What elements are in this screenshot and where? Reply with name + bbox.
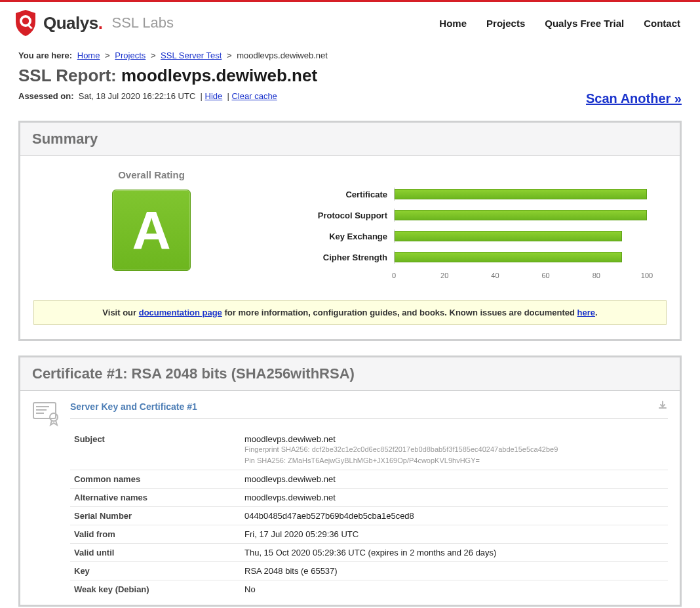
score-bar-row: Certificate xyxy=(289,188,647,201)
score-bar-label: Protocol Support xyxy=(289,211,394,220)
subject-fingerprint: Fingerprint SHA256: dcf2be32c1e2c0d6ec85… xyxy=(244,444,664,455)
svg-point-6 xyxy=(50,413,58,421)
key-value: RSA 2048 bits (e 65537) xyxy=(241,562,668,580)
serial-value: 044b0485d47aeb527b69b4deb5cba1e5ced8 xyxy=(241,507,668,525)
info-banner: Visit our documentation page for more in… xyxy=(33,300,667,325)
table-row: Valid from Fri, 17 Jul 2020 05:29:36 UTC xyxy=(70,525,668,544)
certificate-icon xyxy=(32,400,61,429)
overall-rating-label: Overall Rating xyxy=(33,169,269,180)
scan-another-link[interactable]: Scan Another » xyxy=(586,91,682,106)
here-link[interactable]: here xyxy=(577,308,595,317)
weak-key-label: Weak key (Debian) xyxy=(70,580,241,599)
breadcrumb-label: You are here: xyxy=(18,51,72,60)
top-nav: Home Projects Qualys Free Trial Contact xyxy=(439,18,680,29)
valid-from-label: Valid from xyxy=(70,525,241,544)
axis-tick: 80 xyxy=(593,272,600,279)
score-bar-track xyxy=(394,251,647,264)
subject-value: moodlevps.dewiweb.net xyxy=(244,434,664,444)
nav-trial[interactable]: Qualys Free Trial xyxy=(545,18,624,29)
nav-projects[interactable]: Projects xyxy=(486,18,525,29)
grade-badge: A xyxy=(112,190,191,271)
score-bar-label: Cipher Strength xyxy=(289,253,394,262)
page-title: SSL Report: moodlevps.dewiweb.net xyxy=(18,66,682,86)
table-row: Serial Number 044b0485d47aeb527b69b4deb5… xyxy=(70,507,668,525)
doc-page-link[interactable]: documentation page xyxy=(139,308,222,317)
report-host: moodlevps.dewiweb.net xyxy=(121,66,317,85)
subject-pin: Pin SHA256: ZMaHsT6AejwGyBLhMGb+JX169Op/… xyxy=(244,455,664,466)
table-row: Alternative names moodlevps.dewiweb.net xyxy=(70,489,668,507)
axis-tick: 100 xyxy=(641,272,653,279)
axis-tick: 20 xyxy=(440,272,448,279)
score-bar-label: Certificate xyxy=(289,190,394,199)
summary-header: Summary xyxy=(20,123,680,156)
score-bar-fill xyxy=(395,210,647,220)
report-prefix: SSL Report: xyxy=(18,66,121,85)
table-row: Key RSA 2048 bits (e 65537) xyxy=(70,562,668,580)
crumb-current: moodlevps.dewiweb.net xyxy=(237,51,328,60)
common-names-label: Common names xyxy=(70,470,241,489)
axis-tick: 0 xyxy=(392,272,396,279)
certificate-header: Certificate #1: RSA 2048 bits (SHA256wit… xyxy=(20,357,680,391)
score-bar-label: Key Exchange xyxy=(289,232,394,241)
serial-label: Serial Number xyxy=(70,507,241,525)
valid-from-value: Fri, 17 Jul 2020 05:29:36 UTC xyxy=(241,525,668,544)
summary-panel: Summary Overall Rating A CertificateProt… xyxy=(18,121,682,341)
score-bar-row: Key Exchange xyxy=(289,230,647,243)
alt-names-value: moodlevps.dewiweb.net xyxy=(241,489,668,507)
certificate-table: Subject moodlevps.dewiweb.net Fingerprin… xyxy=(70,430,668,598)
score-bar-track xyxy=(394,230,647,243)
table-row: Weak key (Debian) No xyxy=(70,580,668,599)
assessed-info: Assessed on: Sat, 18 Jul 2020 16:22:16 U… xyxy=(18,91,277,101)
top-bar: Qualys. SSL Labs Home Projects Qualys Fr… xyxy=(0,2,700,51)
overall-rating: Overall Rating A xyxy=(33,169,269,271)
score-bar-track xyxy=(394,188,647,201)
table-row: Valid until Thu, 15 Oct 2020 05:29:36 UT… xyxy=(70,544,668,562)
score-bars: CertificateProtocol SupportKey ExchangeC… xyxy=(289,169,667,283)
valid-until-value: Thu, 15 Oct 2020 05:29:36 UTC (expires i… xyxy=(241,544,668,562)
common-names-value: moodlevps.dewiweb.net xyxy=(241,470,668,489)
score-bar-row: Cipher Strength xyxy=(289,251,647,264)
visit-mid: for more information, configuration guid… xyxy=(222,308,577,317)
brand-ssllabs: SSL Labs xyxy=(111,14,174,31)
alt-names-label: Alternative names xyxy=(70,489,241,507)
grade-letter: A xyxy=(132,203,170,257)
hide-link[interactable]: Hide xyxy=(205,91,223,101)
visit-pre: Visit our xyxy=(102,308,138,317)
clear-cache-link[interactable]: Clear cache xyxy=(231,91,277,101)
score-bar-fill xyxy=(395,231,622,241)
key-label: Key xyxy=(70,562,241,580)
breadcrumb: You are here: Home > Projects > SSL Serv… xyxy=(18,51,682,60)
weak-key-value: No xyxy=(241,580,668,599)
score-bar-fill xyxy=(395,189,647,199)
score-bar-row: Protocol Support xyxy=(289,209,647,222)
download-icon[interactable] xyxy=(657,400,668,413)
nav-home[interactable]: Home xyxy=(439,18,467,29)
brand-qualys: Qualys. xyxy=(43,13,102,33)
axis-tick: 60 xyxy=(541,272,549,279)
crumb-projects[interactable]: Projects xyxy=(115,51,146,60)
score-bar-track xyxy=(394,209,647,222)
axis-tick: 40 xyxy=(491,272,499,279)
crumb-home[interactable]: Home xyxy=(77,51,100,60)
valid-until-label: Valid until xyxy=(70,544,241,562)
table-row: Common names moodlevps.dewiweb.net xyxy=(70,470,668,489)
visit-end: . xyxy=(595,308,598,317)
logo-area[interactable]: Qualys. SSL Labs xyxy=(13,9,174,37)
score-bar-fill xyxy=(395,252,622,262)
assessed-time: Sat, 18 Jul 2020 16:22:16 UTC xyxy=(79,91,196,101)
assessed-label: Assessed on: xyxy=(18,91,74,101)
subject-label: Subject xyxy=(70,430,241,470)
svg-point-1 xyxy=(22,18,29,24)
server-key-title: Server Key and Certificate #1 xyxy=(70,401,197,412)
crumb-ssl-test[interactable]: SSL Server Test xyxy=(161,51,222,60)
qualys-shield-icon xyxy=(13,9,38,37)
chart-axis: 020406080100 xyxy=(394,272,647,283)
table-row: Subject moodlevps.dewiweb.net Fingerprin… xyxy=(70,430,668,470)
nav-contact[interactable]: Contact xyxy=(644,18,680,29)
certificate-panel: Certificate #1: RSA 2048 bits (SHA256wit… xyxy=(18,355,682,607)
